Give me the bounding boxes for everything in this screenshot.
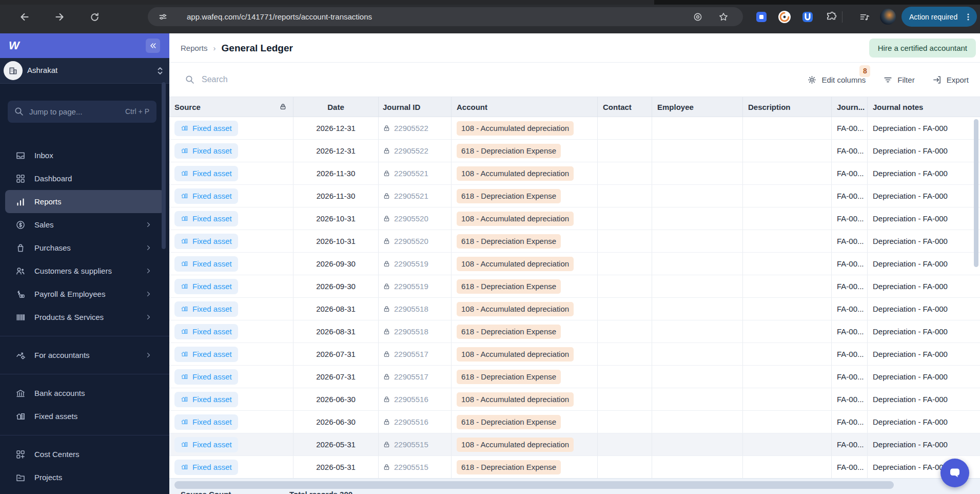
source-badge[interactable]: Fixed asset xyxy=(174,279,238,294)
journal-id-link[interactable]: 22905515 xyxy=(383,440,428,449)
chat-widget-button[interactable] xyxy=(940,459,969,487)
table-row[interactable]: Fixed asset2026-12-3122905522108 - Accum… xyxy=(169,117,980,140)
search-input[interactable]: Search xyxy=(202,63,228,97)
sidebar-item-fixed-assets[interactable]: Fixed assets xyxy=(5,405,164,428)
journal-id-link[interactable]: 22905517 xyxy=(383,372,428,381)
site-info-icon[interactable] xyxy=(158,7,168,26)
source-badge[interactable]: Fixed asset xyxy=(174,324,238,339)
journal-id-link[interactable]: 22905515 xyxy=(383,463,428,471)
column-header-employee[interactable]: Employee xyxy=(652,97,743,117)
company-toggle-icon[interactable] xyxy=(156,66,164,76)
sidebar-item-purchases[interactable]: Purchases xyxy=(5,236,164,259)
table-row[interactable]: Fixed asset2026-05-3122905515618 - Depre… xyxy=(169,456,980,479)
preview-icon[interactable] xyxy=(693,7,703,26)
account-badge[interactable]: 108 - Accumulated depreciation xyxy=(457,347,574,362)
address-bar[interactable]: app.wafeq.com/c/141771/reports/account-t… xyxy=(148,7,743,26)
account-badge[interactable]: 108 - Accumulated depreciation xyxy=(457,166,574,181)
column-header-account[interactable]: Account xyxy=(452,97,598,117)
sidebar-item-dashboard[interactable]: Dashboard xyxy=(5,167,164,190)
account-badge[interactable]: 618 - Depreciation Expense xyxy=(457,279,561,294)
journal-id-link[interactable]: 22905520 xyxy=(383,214,428,223)
source-badge[interactable]: Fixed asset xyxy=(174,234,238,249)
account-badge[interactable]: 108 - Accumulated depreciation xyxy=(457,257,574,271)
forward-icon[interactable] xyxy=(50,8,69,26)
sidebar-item-products-services[interactable]: Products & Services xyxy=(5,306,164,329)
company-selector[interactable]: Ashrakat xyxy=(0,58,169,84)
table-row[interactable]: Fixed asset2026-08-3122905518618 - Depre… xyxy=(169,320,980,343)
media-controls-icon[interactable] xyxy=(855,8,873,26)
journal-id-link[interactable]: 22905519 xyxy=(383,282,428,291)
account-badge[interactable]: 618 - Depreciation Expense xyxy=(457,234,561,249)
breadcrumb-reports[interactable]: Reports xyxy=(181,44,208,52)
source-badge[interactable]: Fixed asset xyxy=(174,188,238,204)
account-badge[interactable]: 108 - Accumulated depreciation xyxy=(457,392,574,407)
table-row[interactable]: Fixed asset2026-10-3122905520618 - Depre… xyxy=(169,230,980,253)
source-badge[interactable]: Fixed asset xyxy=(174,301,238,317)
hire-accountant-button[interactable]: Hire a certified accountant xyxy=(869,39,976,58)
journal-id-link[interactable]: 22905517 xyxy=(383,350,428,358)
journal-id-link[interactable]: 22905516 xyxy=(383,395,428,404)
table-row[interactable]: Fixed asset2026-11-3022905521618 - Depre… xyxy=(169,185,980,207)
journal-id-link[interactable]: 22905521 xyxy=(383,192,428,200)
url-text[interactable]: app.wafeq.com/c/141771/reports/account-t… xyxy=(187,7,372,26)
source-badge[interactable]: Fixed asset xyxy=(174,211,238,226)
account-badge[interactable]: 108 - Accumulated depreciation xyxy=(457,302,574,316)
journal-id-link[interactable]: 22905520 xyxy=(383,237,428,245)
sidebar-item-inbox[interactable]: Inbox xyxy=(5,144,164,167)
horizontal-scrollbar[interactable] xyxy=(174,481,894,489)
export-button[interactable]: Export xyxy=(932,75,969,85)
account-badge[interactable]: 618 - Depreciation Expense xyxy=(457,189,561,203)
browser-menu-icon[interactable] xyxy=(964,12,972,22)
action-required-button[interactable]: Action required xyxy=(901,7,977,27)
profile-avatar[interactable] xyxy=(880,9,896,25)
bookmark-star-icon[interactable] xyxy=(718,7,729,26)
sidebar-item-for-accountants[interactable]: For accountants xyxy=(5,344,164,367)
table-row[interactable]: Fixed asset2026-09-3022905519108 - Accum… xyxy=(169,253,980,275)
source-badge[interactable]: Fixed asset xyxy=(174,256,238,272)
journal-id-link[interactable]: 22905521 xyxy=(383,169,428,178)
account-badge[interactable]: 618 - Depreciation Expense xyxy=(457,144,561,158)
extension-1-icon[interactable] xyxy=(754,9,769,24)
sidebar-item-projects[interactable]: Projects xyxy=(5,466,164,489)
column-header-date[interactable]: Date xyxy=(293,97,379,117)
source-badge[interactable]: Fixed asset xyxy=(174,347,238,362)
sidebar-item-sales[interactable]: Sales xyxy=(5,213,164,236)
source-badge[interactable]: Fixed asset xyxy=(174,437,238,452)
column-header-journal_id[interactable]: Journal ID xyxy=(379,97,452,117)
sidebar-item-payroll-employees[interactable]: Payroll & Employees xyxy=(5,282,164,306)
jump-to-page-search[interactable]: Jump to page... Ctrl + P xyxy=(8,101,156,123)
column-header-notes[interactable]: Journal notes xyxy=(868,97,980,117)
table-row[interactable]: Fixed asset2026-07-3122905517618 - Depre… xyxy=(169,366,980,388)
extension-3-icon[interactable] xyxy=(800,9,815,24)
column-header-description[interactable]: Description xyxy=(743,97,832,117)
table-row[interactable]: Fixed asset2026-12-3122905522618 - Depre… xyxy=(169,140,980,162)
journal-id-link[interactable]: 22905518 xyxy=(383,305,428,313)
account-badge[interactable]: 108 - Accumulated depreciation xyxy=(457,438,574,452)
source-badge[interactable]: Fixed asset xyxy=(174,166,238,181)
table-row[interactable]: Fixed asset2026-05-3122905515108 - Accum… xyxy=(169,433,980,456)
source-badge[interactable]: Fixed asset xyxy=(174,414,238,430)
sidebar-item-reports[interactable]: Reports xyxy=(5,190,164,213)
account-badge[interactable]: 618 - Depreciation Expense xyxy=(457,325,561,339)
extension-2-icon[interactable] xyxy=(777,9,792,24)
sidebar-item-customers-suppliers[interactable]: Customers & suppliers xyxy=(5,259,164,282)
vertical-scrollbar[interactable] xyxy=(974,119,978,267)
journal-id-link[interactable]: 22905516 xyxy=(383,417,428,426)
table-row[interactable]: Fixed asset2026-06-3022905516618 - Depre… xyxy=(169,411,980,433)
column-header-source[interactable]: Source xyxy=(169,97,293,117)
account-badge[interactable]: 108 - Accumulated depreciation xyxy=(457,121,574,136)
back-icon[interactable] xyxy=(15,8,34,26)
active-tab[interactable] xyxy=(0,0,654,5)
column-header-journ[interactable]: Journ... xyxy=(832,97,868,117)
sidebar-item-bank-accounts[interactable]: Bank accounts xyxy=(5,382,164,405)
sidebar-item-cost-centers[interactable]: Cost Centers xyxy=(5,443,164,466)
source-badge[interactable]: Fixed asset xyxy=(174,369,238,385)
filter-button[interactable]: 8 Filter xyxy=(883,75,914,85)
journal-id-link[interactable]: 22905518 xyxy=(383,327,428,336)
account-badge[interactable]: 618 - Depreciation Expense xyxy=(457,415,561,429)
account-badge[interactable]: 618 - Depreciation Expense xyxy=(457,370,561,384)
source-badge[interactable]: Fixed asset xyxy=(174,121,238,136)
table-row[interactable]: Fixed asset2026-10-3122905520108 - Accum… xyxy=(169,207,980,230)
account-badge[interactable]: 108 - Accumulated depreciation xyxy=(457,212,574,226)
table-row[interactable]: Fixed asset2026-09-3022905519618 - Depre… xyxy=(169,275,980,298)
